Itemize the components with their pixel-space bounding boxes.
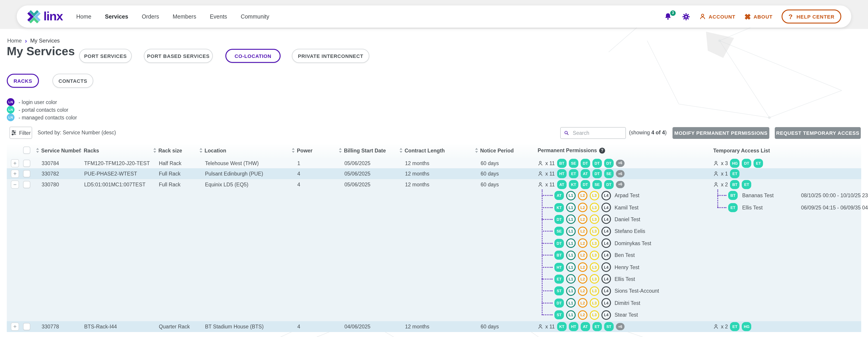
contact-badge[interactable]: ET: [730, 322, 740, 331]
contact-badge[interactable]: AT: [554, 191, 564, 200]
sort-arrows-icon[interactable]: [153, 148, 156, 153]
temporary-access-cell: x 3 HGDTET: [713, 159, 763, 168]
contact-badge[interactable]: SE: [554, 227, 564, 236]
column-header-service-number[interactable]: Service Number: [36, 148, 81, 153]
sort-arrows-icon[interactable]: [199, 148, 202, 153]
info-icon[interactable]: ?: [599, 147, 605, 153]
contact-badge[interactable]: ET: [728, 203, 738, 212]
column-header-location[interactable]: Location: [199, 148, 226, 153]
contact-badge[interactable]: DT: [742, 159, 751, 168]
tab-private-interconnect[interactable]: PRIVATE INTERCONNECT: [292, 49, 369, 63]
filter-button[interactable]: Filter: [9, 127, 32, 139]
column-header-contract-length[interactable]: Contract Length: [400, 148, 445, 153]
contact-badge[interactable]: DT: [554, 215, 564, 224]
breadcrumb-home[interactable]: Home: [7, 38, 22, 44]
contact-badge[interactable]: ET: [742, 180, 751, 189]
notifications-button[interactable]: 3: [664, 12, 673, 21]
rack-name: PUE-PHASE2-WTEST: [84, 171, 137, 176]
sort-arrows-icon[interactable]: [400, 148, 402, 153]
contact-badge[interactable]: HG: [730, 159, 740, 168]
contact-badge[interactable]: SE: [592, 180, 602, 189]
linx-logo-icon: [27, 9, 41, 24]
column-header-racks[interactable]: Racks: [79, 148, 99, 153]
contact-badge[interactable]: ET: [730, 169, 740, 178]
nav-item-services[interactable]: Services: [105, 13, 128, 20]
contact-badge[interactable]: ST: [604, 322, 614, 331]
contact-badge[interactable]: DT: [592, 169, 602, 178]
column-header-notice-period[interactable]: Notice Period: [475, 148, 514, 153]
level-1-indicator: L1: [566, 227, 576, 236]
contact-badge[interactable]: HT: [569, 322, 578, 331]
select-all-checkbox[interactable]: [23, 146, 30, 154]
tab-port-services[interactable]: PORT SERVICES: [79, 49, 132, 63]
nav-item-community[interactable]: Community: [241, 13, 269, 20]
contact-badge[interactable]: DT: [604, 159, 614, 168]
contact-badge[interactable]: ET: [569, 169, 578, 178]
rack-size: Half Rack: [159, 160, 182, 166]
contact-badge[interactable]: AT: [557, 180, 567, 189]
column-header-power[interactable]: Power: [292, 148, 312, 153]
overflow-badge[interactable]: +6: [616, 323, 624, 330]
help-center-button[interactable]: ? HELP CENTER: [781, 9, 841, 24]
contact-badge[interactable]: KT: [554, 203, 564, 212]
permission-badges: ATKTDTSEDT: [557, 180, 614, 189]
sort-arrows-icon[interactable]: [339, 148, 342, 153]
row-checkbox[interactable]: [23, 181, 30, 188]
contact-badge[interactable]: BT: [730, 180, 740, 189]
about-button[interactable]: ABOUT: [744, 13, 773, 20]
contact-badge[interactable]: DT: [554, 298, 564, 307]
contact-badge[interactable]: ET: [592, 322, 602, 331]
collapse-row-button[interactable]: −: [11, 180, 19, 189]
contact-badge[interactable]: HG: [742, 322, 751, 331]
column-header-billing-start-date[interactable]: Billing Start Date: [339, 148, 386, 153]
account-button[interactable]: ACCOUNT: [699, 13, 735, 20]
contact-badge[interactable]: BT: [557, 159, 567, 168]
sort-arrows-icon[interactable]: [79, 148, 82, 153]
overflow-badge[interactable]: +6: [616, 181, 624, 188]
request-temporary-access-button[interactable]: REQUEST TEMPORARY ACCESS: [775, 127, 861, 139]
contact-badge[interactable]: ET: [754, 159, 763, 168]
contact-badge[interactable]: DT: [581, 180, 590, 189]
contact-badge[interactable]: DT: [554, 239, 564, 248]
contact-badge[interactable]: BT: [728, 191, 738, 200]
contact-badge[interactable]: SE: [569, 159, 578, 168]
contact-badge[interactable]: DT: [581, 159, 590, 168]
contact-badge[interactable]: DT: [592, 159, 602, 168]
contact-badge[interactable]: ET: [554, 275, 564, 283]
contact-badge[interactable]: HT: [554, 263, 564, 272]
overflow-badge[interactable]: +6: [616, 170, 624, 177]
row-checkbox[interactable]: [23, 323, 30, 330]
nav-item-events[interactable]: Events: [210, 13, 227, 20]
contact-badge[interactable]: BT: [554, 250, 564, 260]
tab-co-location[interactable]: CO-LOCATION: [225, 49, 281, 63]
expand-row-button[interactable]: +: [11, 170, 19, 178]
tab-port-based-services[interactable]: PORT BASED SERVICES: [144, 49, 213, 63]
contact-badge[interactable]: KT: [557, 322, 567, 331]
subtab-contacts[interactable]: CONTACTS: [53, 74, 93, 88]
nav-item-members[interactable]: Members: [173, 13, 196, 20]
row-checkbox[interactable]: [23, 160, 30, 167]
sort-arrows-icon[interactable]: [36, 148, 39, 153]
settings-gear-icon[interactable]: [682, 12, 690, 21]
subtab-racks[interactable]: RACKS: [7, 74, 39, 88]
nav-item-orders[interactable]: Orders: [142, 13, 159, 20]
nav-item-home[interactable]: Home: [76, 13, 91, 20]
column-header-rack-size[interactable]: Rack size: [153, 148, 182, 153]
expand-row-button[interactable]: +: [11, 159, 19, 167]
contact-badge[interactable]: ST: [554, 310, 564, 319]
contact-badge[interactable]: KT: [569, 180, 578, 189]
linx-logo[interactable]: linx: [27, 9, 63, 24]
modify-permanent-permissions-button[interactable]: MODIFY PERMANENT PERMISSIONS: [673, 127, 769, 139]
row-checkbox[interactable]: [23, 170, 30, 177]
sort-arrows-icon[interactable]: [475, 148, 478, 153]
contact-badge[interactable]: ST: [554, 287, 564, 296]
expand-row-button[interactable]: +: [11, 323, 19, 331]
overflow-badge[interactable]: +6: [616, 160, 624, 167]
sort-arrows-icon[interactable]: [292, 148, 294, 153]
search-input[interactable]: [572, 130, 622, 136]
contact-badge[interactable]: HT: [557, 169, 567, 178]
contact-badge[interactable]: DT: [604, 180, 614, 189]
contact-badge[interactable]: AT: [581, 169, 590, 178]
contact-badge[interactable]: SE: [604, 169, 614, 178]
contact-badge[interactable]: AT: [581, 322, 590, 331]
